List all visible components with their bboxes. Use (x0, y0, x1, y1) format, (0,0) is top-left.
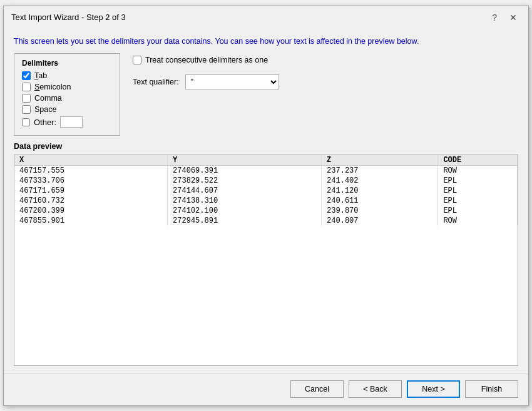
semicolon-label[interactable]: Semicolon (34, 83, 71, 91)
semicolon-checkbox[interactable] (22, 83, 31, 91)
dialog: Text Import Wizard - Step 2 of 3 ? ✕ Thi… (3, 6, 529, 406)
semicolon-checkbox-row: Semicolon (22, 83, 112, 91)
space-label[interactable]: Space (34, 105, 56, 114)
table-cell: 274144.607 (168, 186, 322, 196)
table-cell: EPL (438, 196, 518, 206)
back-button[interactable]: < Back (349, 380, 402, 398)
table-cell: ROW (438, 166, 518, 176)
consecutive-row: Treat consecutive delimiters as one (133, 56, 279, 64)
data-preview-title: Data preview (14, 142, 518, 151)
table-cell: ROW (438, 216, 518, 226)
table-row: 467200.399274102.100239.870EPL (14, 206, 518, 216)
qualifier-select[interactable]: " ' {none} (185, 74, 279, 89)
table-cell: 467160.732 (14, 196, 168, 206)
table-cell: EPL (438, 206, 518, 216)
delimiters-title: Delimiters (22, 59, 112, 68)
cancel-button[interactable]: Cancel (290, 380, 344, 398)
table-cell: 274102.100 (168, 206, 322, 216)
options-section: Treat consecutive delimiters as one Text… (133, 53, 279, 136)
preview-header-cell: Z (322, 155, 438, 166)
comma-checkbox-row: Comma (22, 94, 112, 103)
table-cell: 240.807 (322, 216, 438, 226)
table-cell: 467171.659 (14, 186, 168, 196)
comma-label[interactable]: Comma (34, 94, 62, 103)
info-text: This screen lets you set the delimiters … (14, 36, 518, 48)
title-bar: Text Import Wizard - Step 2 of 3 ? ✕ (4, 6, 528, 29)
table-cell: 467200.399 (14, 206, 168, 216)
dialog-body: This screen lets you set the delimiters … (4, 29, 528, 373)
finish-button[interactable]: Finish (465, 380, 518, 398)
table-cell: EPL (438, 176, 518, 186)
next-button[interactable]: Next > (407, 380, 460, 398)
table-cell: 274138.310 (168, 196, 322, 206)
table-cell: 237.237 (322, 166, 438, 176)
preview-table: XYZCODE467157.555274069.391237.237ROW467… (14, 155, 518, 226)
table-cell: 467157.555 (14, 166, 168, 176)
preview-header-cell: CODE (438, 155, 518, 166)
table-row: 467157.555274069.391237.237ROW (14, 166, 518, 176)
comma-checkbox[interactable] (22, 94, 31, 103)
consecutive-label[interactable]: Treat consecutive delimiters as one (145, 56, 268, 64)
table-cell: 239.870 (322, 206, 438, 216)
table-cell: 273829.522 (168, 176, 322, 186)
footer: Cancel < Back Next > Finish (4, 373, 528, 405)
table-row: 467855.901272945.891240.807ROW (14, 216, 518, 226)
table-cell: EPL (438, 186, 518, 196)
table-cell: 467333.706 (14, 176, 168, 186)
consecutive-checkbox[interactable] (133, 56, 141, 64)
preview-header-cell: X (14, 155, 168, 166)
other-input[interactable] (60, 116, 83, 128)
main-section: Delimiters Tab Semicolon Comma Space (14, 53, 518, 136)
space-checkbox[interactable] (22, 105, 31, 114)
preview-header-cell: Y (168, 155, 322, 166)
tab-checkbox[interactable] (22, 71, 31, 80)
table-cell: 272945.891 (168, 216, 322, 226)
title-controls: ? ✕ (488, 11, 521, 24)
tab-checkbox-row: Tab (22, 71, 112, 80)
table-cell: 467855.901 (14, 216, 168, 226)
other-checkbox-row: Other: (22, 116, 112, 128)
table-row: 467333.706273829.522241.402EPL (14, 176, 518, 186)
table-row: 467171.659274144.607241.120EPL (14, 186, 518, 196)
preview-container[interactable]: XYZCODE467157.555274069.391237.237ROW467… (14, 155, 518, 366)
qualifier-row: Text qualifier: " ' {none} (133, 74, 279, 89)
qualifier-label: Text qualifier: (133, 78, 179, 86)
table-cell: 274069.391 (168, 166, 322, 176)
dialog-title: Text Import Wizard - Step 2 of 3 (11, 13, 126, 22)
data-preview-section: Data preview XYZCODE467157.555274069.391… (14, 142, 518, 366)
delimiters-box: Delimiters Tab Semicolon Comma Space (14, 53, 120, 136)
close-button[interactable]: ✕ (506, 11, 521, 24)
tab-label[interactable]: Tab (34, 71, 47, 80)
space-checkbox-row: Space (22, 105, 112, 114)
table-cell: 241.402 (322, 176, 438, 186)
other-checkbox[interactable] (22, 118, 30, 126)
table-cell: 241.120 (322, 186, 438, 196)
help-button[interactable]: ? (488, 11, 501, 24)
table-cell: 240.611 (322, 196, 438, 206)
table-row: 467160.732274138.310240.611EPL (14, 196, 518, 206)
other-label[interactable]: Other: (34, 118, 56, 127)
